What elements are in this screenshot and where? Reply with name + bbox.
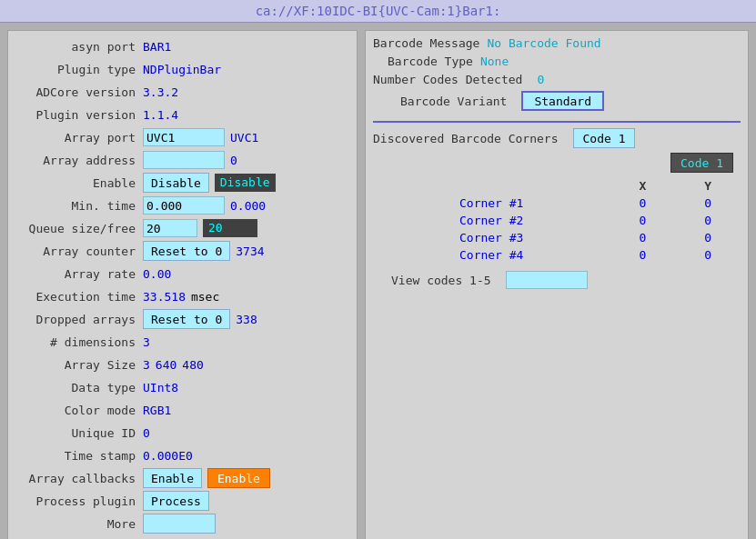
- num-codes-value: 0: [537, 73, 544, 86]
- asyn-port-value: BAR1: [143, 40, 171, 54]
- data-type-label: Data type: [15, 381, 143, 394]
- array-callbacks-button[interactable]: Enable: [143, 468, 202, 488]
- discovered-corners-label: Discovered Barcode Corners: [373, 132, 566, 145]
- array-counter-reset-button[interactable]: Reset to 0: [143, 241, 230, 261]
- array-size-dim3: 480: [182, 358, 203, 372]
- array-address-extra: 0: [230, 154, 237, 167]
- execution-time-row: Execution time 33.518 msec: [15, 286, 349, 306]
- queue-size-input[interactable]: [143, 219, 197, 237]
- barcode-type-row: Barcode Type None: [373, 55, 741, 68]
- dimensions-row: # dimensions 3: [15, 332, 349, 352]
- array-size-dim1: 3: [143, 358, 150, 372]
- dropped-arrays-label: Dropped arrays: [15, 313, 143, 326]
- title-bar: ca://XF:10IDC-BI{UVC-Cam:1}Bar1:: [0, 0, 756, 23]
- dropped-arrays-row: Dropped arrays Reset to 0 338: [15, 309, 349, 329]
- right-panel: Barcode Message No Barcode Found Barcode…: [365, 30, 749, 539]
- color-mode-row: Color mode RGB1: [15, 400, 349, 420]
- color-mode-value: RGB1: [143, 404, 171, 417]
- array-port-extra: UVC1: [230, 131, 258, 145]
- more-row: More: [15, 514, 349, 534]
- array-callbacks-label: Array callbacks: [15, 472, 143, 485]
- code1-dark-row: Code 1: [373, 153, 741, 173]
- enable-disable-button[interactable]: Disable: [143, 173, 209, 193]
- array-rate-label: Array rate: [15, 267, 143, 281]
- min-time-input[interactable]: [143, 196, 225, 215]
- time-stamp-label: Time stamp: [15, 449, 143, 463]
- array-port-row: Array port UVC1: [15, 127, 349, 147]
- corner-1-row: Corner #1 0 0: [373, 195, 741, 212]
- corner-4-label: Corner #4: [373, 246, 610, 264]
- time-stamp-value: 0.000E0: [143, 449, 193, 463]
- barcode-variant-row: Barcode Variant Standard: [373, 91, 741, 111]
- dimensions-label: # dimensions: [15, 335, 143, 349]
- array-address-row: Array address 0: [15, 150, 349, 170]
- y-header: Y: [675, 177, 741, 195]
- corner-3-label: Corner #3: [373, 229, 610, 246]
- min-time-row: Min. time 0.000: [15, 195, 349, 215]
- plugin-type-label: Plugin type: [15, 63, 143, 76]
- corner-4-x: 0: [610, 246, 675, 264]
- array-counter-row: Array counter Reset to 0 3734: [15, 241, 349, 261]
- data-type-row: Data type UInt8: [15, 377, 349, 397]
- plugin-type-row: Plugin type NDPluginBar: [15, 59, 349, 79]
- discovered-corners-row: Discovered Barcode Corners Code 1: [373, 128, 741, 148]
- plugin-type-value: NDPluginBar: [143, 63, 221, 76]
- view-codes-input[interactable]: [506, 271, 588, 289]
- corner-3-row: Corner #3 0 0: [373, 229, 741, 246]
- corner-3-x: 0: [610, 229, 675, 246]
- enable-row: Enable Disable Disable: [15, 173, 349, 193]
- unique-id-label: Unique ID: [15, 426, 143, 440]
- process-plugin-label: Process plugin: [15, 494, 143, 508]
- plugin-version-value: 1.1.4: [143, 108, 178, 122]
- num-codes-row: Number Codes Detected 0: [373, 73, 741, 86]
- barcode-variant-button[interactable]: Standard: [521, 91, 604, 111]
- window-title: ca://XF:10IDC-BI{UVC-Cam:1}Bar1:: [256, 4, 501, 18]
- corner-1-label: Corner #1: [373, 195, 610, 212]
- asyn-port-row: asyn port BAR1: [15, 36, 349, 56]
- array-rate-row: Array rate 0.00: [15, 264, 349, 284]
- asyn-port-label: asyn port: [15, 40, 143, 54]
- corner-4-row: Corner #4 0 0: [373, 246, 741, 264]
- time-stamp-row: Time stamp 0.000E0: [15, 445, 349, 465]
- code1-dark-button[interactable]: Code 1: [670, 153, 733, 173]
- code1-button[interactable]: Code 1: [573, 128, 636, 148]
- array-callbacks-dark-button[interactable]: Enable: [207, 468, 270, 488]
- more-label: More: [15, 517, 143, 531]
- array-address-label: Array address: [15, 154, 143, 167]
- more-button[interactable]: [143, 514, 216, 534]
- adcore-version-value: 3.3.2: [143, 85, 178, 99]
- num-codes-label: Number Codes Detected: [373, 73, 529, 86]
- barcode-message-row: Barcode Message No Barcode Found: [373, 36, 741, 50]
- unique-id-value: 0: [143, 426, 150, 440]
- queue-free-dark: 20: [203, 219, 257, 237]
- array-size-dim2: 640: [156, 358, 176, 372]
- unique-id-row: Unique ID 0: [15, 423, 349, 443]
- process-plugin-button[interactable]: Process: [143, 491, 209, 511]
- adcore-version-label: ADCore version: [15, 85, 143, 99]
- corner-3-y: 0: [675, 229, 741, 246]
- corner-2-label: Corner #2: [373, 212, 610, 229]
- plugin-version-label: Plugin version: [15, 108, 143, 122]
- corner-2-x: 0: [610, 212, 675, 229]
- corner-1-y: 0: [675, 195, 741, 212]
- dimensions-value: 3: [143, 335, 150, 349]
- corner-2-row: Corner #2 0 0: [373, 212, 741, 229]
- view-codes-row: View codes 1-5: [373, 271, 741, 289]
- corner-4-y: 0: [675, 246, 741, 264]
- array-counter-value: 3734: [236, 245, 264, 258]
- array-rate-value: 0.00: [143, 267, 171, 281]
- x-header: X: [610, 177, 675, 195]
- corner-table: X Y Corner #1 0 0 Corner #2 0 0: [373, 177, 741, 264]
- barcode-message-value: No Barcode Found: [487, 36, 600, 50]
- array-port-input[interactable]: [143, 128, 225, 146]
- array-size-row: Array Size 3 640 480: [15, 354, 349, 374]
- execution-time-value: 33.518: [143, 290, 186, 304]
- array-address-input[interactable]: [143, 151, 225, 169]
- adcore-version-row: ADCore version 3.3.2: [15, 82, 349, 102]
- array-counter-label: Array counter: [15, 245, 143, 258]
- dropped-arrays-reset-button[interactable]: Reset to 0: [143, 309, 230, 329]
- min-time-label: Min. time: [15, 199, 143, 213]
- corners-section: Discovered Barcode Corners Code 1 Code 1…: [373, 128, 741, 289]
- left-panel: asyn port BAR1 Plugin type NDPluginBar A…: [7, 30, 358, 539]
- array-callbacks-row: Array callbacks Enable Enable: [15, 468, 349, 488]
